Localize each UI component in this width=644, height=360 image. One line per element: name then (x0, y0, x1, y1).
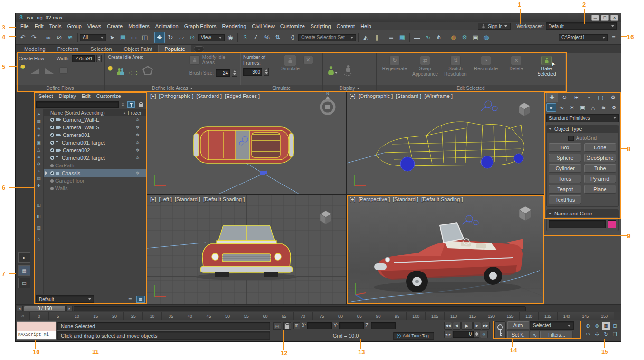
viewport-perspective-active[interactable]: [+] [Perspective ] [Standard ] [Default … (347, 195, 544, 304)
absolute-offset-toggle[interactable]: ⊞ (293, 322, 300, 329)
menu-item[interactable]: Tools (47, 22, 65, 30)
timeline-tick[interactable]: 0 (30, 312, 49, 320)
align-icon[interactable]: ∥ (371, 32, 382, 43)
set-keys-button[interactable] (494, 321, 506, 339)
brush-size-spinner[interactable] (232, 69, 237, 77)
explorer-filter-icon[interactable]: ⌂ (35, 235, 43, 243)
viewport-menu-pov[interactable]: [Perspective ] (359, 196, 390, 202)
timeline-tick[interactable]: 115 (463, 312, 482, 320)
tab-create-icon[interactable]: ✚ (546, 93, 558, 102)
table-row[interactable]: GarageFloor (44, 177, 147, 185)
maximize-button[interactable]: ❐ (601, 15, 609, 21)
window-crossing-icon[interactable]: ◫ (140, 32, 150, 43)
swap-appearance-button[interactable]: ⇄Swap Appearance (410, 56, 440, 83)
timeline-tick[interactable]: 145 (576, 312, 595, 320)
menu-item[interactable]: Modifiers (125, 22, 152, 30)
frozen-toggle[interactable]: ✲ (129, 117, 147, 122)
viewport-canvas-top[interactable]: N (147, 92, 346, 194)
visibility-icon[interactable] (50, 156, 54, 160)
explorer-filter-icon[interactable]: △ (35, 146, 43, 153)
scene-explorer-toggle-icon[interactable]: ▦ (397, 32, 407, 43)
menu-item[interactable]: Graph Editors (181, 22, 219, 30)
selection-lock-toggle[interactable] (283, 322, 291, 330)
rectangular-selection-region-icon[interactable]: ▭ (129, 32, 139, 43)
render-setup-icon[interactable]: ⚙ (459, 32, 470, 43)
table-row[interactable]: Camera_Wall-S✲ (44, 124, 147, 131)
viewport-menu-pov[interactable]: [Orthographic ] (159, 93, 194, 99)
category-cameras-icon[interactable]: ▣ (578, 103, 587, 112)
isolate-selection-toggle[interactable]: ◎ (273, 322, 281, 330)
create-idle-area-icon[interactable] (108, 68, 113, 75)
timeline-tick[interactable]: 135 (539, 312, 558, 320)
timeline-tick[interactable]: 125 (501, 312, 520, 320)
menu-item[interactable]: Views (85, 22, 104, 30)
viewport-menu-shading[interactable]: [Wireframe ] (424, 93, 453, 99)
tab-display-icon[interactable]: ▢ (595, 93, 607, 102)
box-button[interactable]: Box (549, 143, 581, 152)
workspaces-dropdown[interactable]: Default (546, 22, 617, 30)
menu-item[interactable]: Customize (277, 22, 308, 30)
timeline-tick[interactable]: 70 (294, 312, 313, 320)
regenerate-button[interactable]: ↻Regenerate (379, 56, 410, 83)
play-button[interactable]: ▶ (461, 322, 473, 330)
explorer-filter-icon[interactable]: ▤ (35, 175, 43, 182)
explorer-filter-icon[interactable]: ◫ (35, 201, 43, 208)
go-to-end-button[interactable]: ▶▶ (482, 322, 490, 330)
select-and-move-icon[interactable]: ✥ (154, 32, 165, 43)
viewport-menu-general[interactable]: [+] (150, 196, 156, 202)
timeline-tick[interactable]: 35 (162, 312, 181, 320)
rollout-header[interactable]: Object Type (547, 125, 618, 133)
teapot-button[interactable]: Teapot (549, 185, 581, 194)
add-time-tag-button[interactable]: Add Time Tag (393, 332, 434, 340)
idle-area-ellipse-icon[interactable] (129, 71, 138, 75)
close-button[interactable]: ✕ (610, 15, 618, 21)
viewport-menu-general[interactable]: [+] (350, 196, 356, 202)
object-name-field[interactable] (549, 220, 606, 228)
viewport-canvas-left[interactable] (147, 195, 346, 304)
flow-ramp-2-icon[interactable] (45, 68, 54, 74)
switch-resolution-button[interactable]: ⇅Switch Resolution (440, 56, 471, 83)
bake-selected-button[interactable]: ➤ Bake Selected (531, 56, 562, 83)
edit-named-selection-sets-icon[interactable]: {} (287, 32, 298, 43)
timeline-tick[interactable]: 105 (426, 312, 445, 320)
table-row[interactable]: Chassis✲ (44, 169, 147, 177)
use-pivot-center-icon[interactable]: ◉ (225, 32, 236, 43)
plane-button[interactable]: Plane (584, 185, 616, 194)
next-frame-button[interactable]: ▶ (473, 322, 481, 330)
key-mode-toggle[interactable]: ◄► (444, 331, 452, 338)
tab-motion-icon[interactable]: ◔ (583, 93, 595, 102)
timeline-tick[interactable]: 120 (482, 312, 501, 320)
mini-curve-editor-button[interactable]: ≋ (16, 312, 30, 320)
viewport-top[interactable]: [+] [Orthographic ] [Standard ] [Edged F… (147, 92, 346, 194)
menu-item[interactable]: Create (104, 22, 125, 30)
selection-filter-dropdown[interactable]: All (80, 34, 106, 41)
frames-spinner[interactable] (264, 68, 269, 76)
visibility-icon[interactable] (50, 141, 54, 145)
frozen-toggle[interactable]: ✲ (129, 171, 147, 175)
sign-in-button[interactable]: Sign In (478, 23, 511, 30)
schematic-view-icon[interactable]: ⋔ (434, 32, 444, 43)
pyramid-button[interactable]: Pyramid (584, 175, 616, 183)
category-shapes-icon[interactable]: ∿ (557, 103, 567, 112)
viewport-orthographic-wireframe[interactable]: [+] [Orthographic ] [Standard ] [Wirefra… (347, 92, 544, 194)
timeline-tick[interactable]: 15 (86, 312, 105, 320)
menu-item[interactable]: Edit (32, 22, 47, 30)
tab-object-paint[interactable]: Object Paint (118, 45, 158, 53)
bind-to-space-warp-icon[interactable]: ≋ (65, 32, 76, 43)
visibility-icon[interactable] (50, 148, 54, 152)
category-lights-icon[interactable]: ☀ (567, 103, 577, 112)
simulate-icon[interactable] (284, 55, 296, 66)
timeline-tick[interactable]: 20 (105, 312, 124, 320)
timeline-tick[interactable]: 85 (350, 312, 369, 320)
category-helpers-icon[interactable]: △ (588, 103, 598, 112)
frozen-toggle[interactable]: ✲ (129, 133, 147, 137)
x-coordinate-field[interactable] (307, 322, 332, 329)
object-color-swatch[interactable] (608, 220, 616, 228)
brush-size-field[interactable]: 24 (216, 69, 230, 77)
explorer-column-header[interactable]: Name (Sorted Ascending) ▲ Frozen (44, 109, 147, 116)
create-flow-icon[interactable] (20, 67, 25, 74)
viewport-tab-expand-button[interactable]: ▸ (18, 252, 30, 263)
flow-stairs-icon[interactable] (59, 67, 68, 74)
select-and-rotate-icon[interactable]: ↻ (165, 32, 176, 43)
timeline-tick[interactable]: 55 (237, 312, 256, 320)
